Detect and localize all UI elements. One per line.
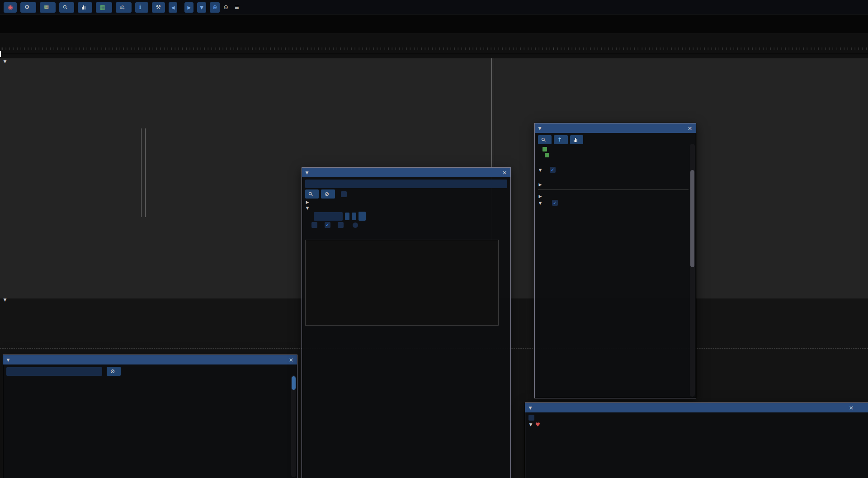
statistics-window: × bbox=[3, 355, 297, 478]
info-icon bbox=[139, 5, 142, 10]
tools-icon bbox=[156, 5, 161, 10]
memory-titlebar[interactable]: × bbox=[525, 403, 868, 412]
bar-chart-icon bbox=[574, 137, 577, 142]
power-icon bbox=[8, 5, 13, 10]
capture-time bbox=[235, 5, 242, 10]
compare-icon bbox=[120, 5, 125, 10]
reset-button[interactable] bbox=[359, 212, 366, 221]
ignore-case-checkbox[interactable] bbox=[341, 191, 347, 197]
statistics-button[interactable] bbox=[78, 2, 92, 13]
heart-icon bbox=[535, 422, 540, 427]
memory-icon bbox=[100, 5, 105, 10]
filter-zones-input[interactable] bbox=[6, 367, 102, 376]
find-button[interactable] bbox=[305, 189, 319, 199]
frame-line bbox=[0, 54, 868, 54]
down-arrow-icon bbox=[200, 5, 203, 10]
collapse-icon[interactable] bbox=[305, 206, 310, 210]
up-arrow-icon bbox=[557, 137, 562, 142]
go-to-parent-button[interactable] bbox=[554, 135, 568, 144]
find-zone-window: × bbox=[302, 167, 511, 478]
decrease-button[interactable] bbox=[345, 213, 349, 220]
relative-time-checkbox[interactable] bbox=[550, 167, 556, 173]
collapse-icon[interactable] bbox=[305, 200, 310, 204]
collapse-icon[interactable] bbox=[528, 422, 533, 427]
tools-button[interactable] bbox=[152, 2, 165, 13]
collapse-icon bbox=[3, 59, 7, 64]
bar-chart-icon bbox=[82, 5, 85, 9]
compare-button[interactable] bbox=[116, 2, 132, 13]
collapse-icon[interactable] bbox=[538, 126, 542, 131]
collapse-icon[interactable] bbox=[305, 170, 309, 175]
find-zone-titlebar[interactable]: × bbox=[302, 168, 510, 177]
close-icon[interactable]: × bbox=[501, 169, 508, 176]
histogram-plot[interactable] bbox=[305, 240, 499, 326]
frame-overview-strip[interactable] bbox=[0, 15, 868, 33]
zone-begin-marker bbox=[141, 128, 142, 217]
histogram-axis bbox=[305, 327, 498, 333]
memory-button[interactable] bbox=[96, 2, 112, 13]
prev-frame-button[interactable] bbox=[169, 2, 178, 13]
gear-icon bbox=[24, 5, 29, 10]
list-icon bbox=[235, 5, 239, 10]
collapse-icon[interactable] bbox=[538, 201, 542, 205]
search-input[interactable] bbox=[305, 180, 507, 188]
goto-frame-button[interactable] bbox=[210, 2, 220, 13]
increase-button[interactable] bbox=[352, 213, 356, 220]
scrollbar[interactable] bbox=[690, 144, 695, 397]
frame-select-button[interactable] bbox=[197, 2, 206, 13]
close-icon[interactable]: × bbox=[687, 125, 693, 132]
messages-button[interactable] bbox=[40, 2, 55, 13]
right-arrow-icon bbox=[187, 5, 191, 10]
restrict-time-checkbox[interactable] bbox=[528, 415, 534, 421]
log-time-checkbox[interactable] bbox=[325, 222, 330, 228]
cumulate-time-checkbox[interactable] bbox=[338, 222, 344, 228]
messages-icon bbox=[44, 5, 48, 10]
eye-icon bbox=[223, 5, 228, 10]
collapse-icon[interactable] bbox=[538, 194, 542, 199]
power-button[interactable] bbox=[4, 2, 17, 13]
log-values-checkbox[interactable] bbox=[311, 222, 317, 228]
collapse-icon[interactable] bbox=[538, 182, 542, 187]
scrollbar-thumb[interactable] bbox=[292, 376, 296, 390]
ban-icon bbox=[110, 369, 115, 374]
min-bin-input[interactable] bbox=[314, 212, 343, 221]
memory-window: × bbox=[525, 402, 868, 478]
find-zone-button[interactable] bbox=[59, 2, 74, 13]
source-color-swatch bbox=[542, 147, 547, 151]
memory-usage-header[interactable] bbox=[3, 298, 13, 302]
zone-statistics-button[interactable] bbox=[570, 135, 583, 144]
close-icon[interactable]: × bbox=[848, 404, 854, 411]
zone-info-titlebar[interactable]: × bbox=[535, 123, 696, 133]
viewport-time bbox=[223, 5, 231, 10]
zone-info-window: × bbox=[534, 123, 696, 398]
ban-icon bbox=[325, 191, 329, 197]
options-button[interactable] bbox=[20, 2, 36, 13]
scrollbar[interactable] bbox=[291, 375, 296, 477]
zoom-to-zone-button[interactable] bbox=[538, 135, 552, 144]
cpu-usage-graph bbox=[0, 64, 868, 78]
close-icon[interactable]: × bbox=[288, 356, 294, 363]
self-time-checkbox[interactable] bbox=[353, 222, 358, 228]
search-icon bbox=[542, 137, 546, 142]
frame-markers-row[interactable] bbox=[0, 50, 868, 58]
collapse-icon[interactable] bbox=[538, 168, 542, 172]
crosshair-icon bbox=[212, 5, 217, 10]
statistics-titlebar[interactable]: × bbox=[3, 355, 297, 364]
group-children-checkbox[interactable] bbox=[552, 200, 558, 206]
search-icon bbox=[309, 191, 313, 197]
frame-separator bbox=[0, 51, 1, 57]
collapse-icon[interactable] bbox=[528, 406, 533, 410]
info-button[interactable] bbox=[135, 2, 148, 13]
next-frame-button[interactable] bbox=[184, 2, 193, 13]
collapse-icon[interactable] bbox=[6, 358, 10, 362]
scrollbar-thumb[interactable] bbox=[690, 170, 694, 267]
search-icon bbox=[63, 5, 67, 10]
thread-color-swatch bbox=[545, 153, 549, 157]
collapse-icon bbox=[3, 298, 7, 302]
clear-filter-button[interactable] bbox=[107, 367, 121, 376]
toolbar bbox=[0, 0, 868, 14]
cpu-data-header[interactable] bbox=[3, 59, 10, 64]
time-ruler bbox=[0, 33, 868, 50]
clear-button[interactable] bbox=[321, 189, 335, 199]
separator bbox=[538, 189, 689, 190]
